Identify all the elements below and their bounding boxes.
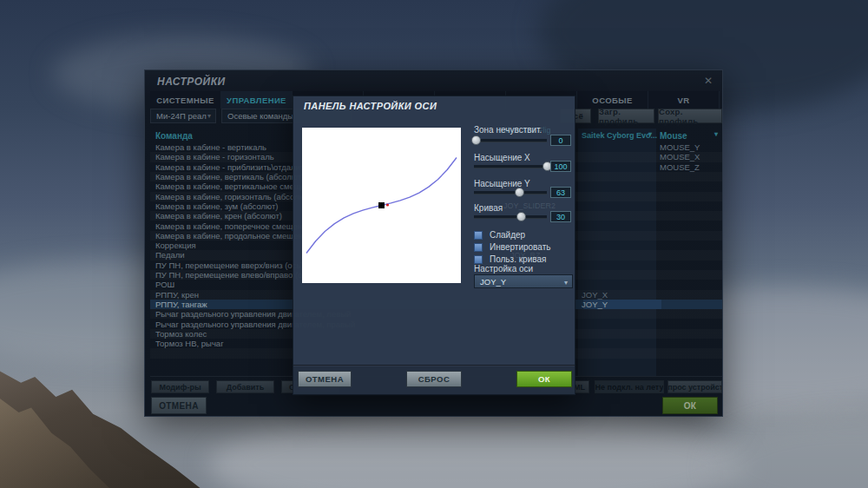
command-cell: РППУ, крен [155, 290, 199, 300]
save-profile-button[interactable]: Сохр. профиль [658, 109, 722, 123]
slider-label: Кривая [474, 203, 503, 213]
window-title: НАСТРОЙКИ [157, 76, 226, 88]
aircraft-select-value: Ми-24П реал [156, 111, 207, 121]
chevron-down-icon: ▾ [564, 279, 568, 287]
column-header-mouse[interactable]: Mouse [660, 131, 687, 141]
bottom-button-5[interactable]: Опрос устройств [667, 380, 722, 393]
slider-track[interactable] [474, 191, 547, 195]
bottom-button-4[interactable]: Не подкл. на лету [595, 380, 664, 393]
command-cell: Камера в кабине - приблизить\отдалить [155, 162, 308, 172]
command-cell: Тормоз колес [155, 329, 207, 339]
modal-cancel-label: ОТМЕНА [306, 374, 344, 384]
slider-thumb[interactable] [471, 135, 481, 145]
slider-track[interactable] [474, 139, 547, 142]
slider-thumb[interactable] [516, 212, 526, 221]
command-cell: Камера в кабине - горизонталь [155, 152, 274, 162]
slider-value-input[interactable]: 0 [550, 135, 571, 146]
axis-tune-modal: ПАНЕЛЬ НАСТРОЙКИ ОСИ Saitek X45 Flig JOY… [293, 96, 575, 395]
ghost-text: JOY_SLIDER2 [503, 201, 556, 210]
axis-select-value: JOY_Y [480, 277, 506, 287]
category-select-value: Осевые команды [227, 111, 293, 121]
command-cell: Камера в кабине, зум (абсолют) [155, 201, 278, 211]
mouse-binding-cell[interactable]: MOUSE_X [660, 152, 700, 162]
cloud-shape [712, 417, 868, 488]
command-cell: РППУ, тангаж [155, 300, 207, 309]
ok-label: ОК [684, 401, 697, 411]
command-cell: Коррекция [155, 241, 196, 250]
slider-value-input[interactable]: 100 [550, 161, 571, 172]
slider-label: Насыщение X [474, 153, 530, 162]
slider-label: Насыщение Y [474, 179, 530, 188]
slider-label: Зона нечувствит. [474, 125, 542, 135]
modal-title: ПАНЕЛЬ НАСТРОЙКИ ОСИ [304, 101, 437, 111]
command-cell: Тормоз НВ, рычаг [155, 339, 224, 348]
mouse-binding-cell[interactable]: MOUSE_Z [660, 162, 700, 172]
modal-reset-label: СБРОС [418, 374, 450, 384]
cancel-button[interactable]: ОТМЕНА [151, 397, 207, 414]
load-profile-button[interactable]: Загр. профиль [598, 109, 654, 123]
close-icon[interactable]: ✕ [704, 75, 713, 87]
save-profile-label: Сохр. профиль [659, 107, 721, 126]
chevron-down-icon[interactable]: ▾ [648, 130, 652, 138]
column-header-command[interactable]: Команда [155, 131, 193, 141]
screen: НАСТРОЙКИ ✕ СИСТЕМНЫЕУПРАВЛЕНИЕОСОБЫЕVR … [0, 0, 868, 488]
tab-1[interactable]: УПРАВЛЕНИЕ [221, 91, 293, 109]
column-header-saitek[interactable]: Saitek Cyborg Evo... [582, 131, 657, 140]
saitek-binding-cell[interactable]: JOY_X [582, 290, 608, 300]
command-cell: ПУ ПН, перемещение вверх/вниз (ось) [155, 260, 304, 270]
slider-value-input[interactable]: 30 [550, 211, 571, 222]
slider-track[interactable] [474, 165, 547, 168]
checkbox-label: Инвертировать [490, 242, 550, 252]
checkbox-label: Слайдер [490, 230, 525, 240]
command-cell: Камера в кабине, вертикаль (абсолют) [155, 172, 304, 181]
ok-button[interactable]: ОК [662, 397, 718, 414]
bottom-button-1[interactable]: Добавить [216, 380, 274, 393]
tab-0[interactable]: СИСТЕМНЫЕ [150, 91, 221, 109]
checkbox[interactable] [474, 243, 483, 252]
response-curve-graph[interactable] [302, 128, 461, 283]
curve-svg [302, 128, 461, 283]
command-cell: ПУ ПН, перемещение влево/вправо (ось) [155, 270, 313, 280]
curve-marker[interactable] [378, 202, 385, 208]
modal-cancel-button[interactable]: ОТМЕНА [298, 371, 352, 387]
command-cell: Педали [155, 250, 185, 260]
slider-thumb[interactable] [515, 188, 524, 197]
command-cell: Камера в кабине - вертикаль [155, 142, 266, 152]
axis-select-dropdown[interactable]: JOY_Y ▾ [474, 274, 573, 288]
aircraft-select[interactable]: Ми-24П реал ▾ [150, 109, 216, 123]
slider-track[interactable] [474, 215, 547, 219]
modal-ok-button[interactable]: ОК [516, 371, 572, 387]
checkbox-label: Польз. кривая [490, 254, 546, 264]
checkbox[interactable] [474, 231, 483, 240]
axis-select-label: Настройка оси [474, 264, 533, 274]
command-cell: Камера в кабине, горизонталь (абсолют) [155, 192, 312, 201]
load-profile-label: Загр. профиль [599, 107, 654, 126]
slider-value-input[interactable]: 63 [550, 187, 571, 198]
bottom-button-0[interactable]: Модиф-ры [151, 380, 209, 393]
checkbox[interactable] [474, 255, 483, 264]
cloud-shape [208, 408, 746, 488]
modal-separator [293, 365, 575, 366]
modal-ok-label: ОК [538, 374, 550, 384]
chevron-down-icon[interactable]: ▾ [714, 130, 718, 138]
command-cell: РОШ [155, 280, 174, 289]
chevron-down-icon: ▾ [207, 112, 211, 120]
saitek-binding-cell[interactable]: JOY_Y [582, 300, 608, 309]
modal-reset-button[interactable]: СБРОС [406, 371, 462, 387]
cancel-label: ОТМЕНА [159, 401, 199, 411]
command-cell: Камера в кабине, крен (абсолют) [155, 211, 282, 221]
curve-red-dot [386, 203, 389, 206]
mouse-binding-cell[interactable]: MOUSE_Y [660, 142, 700, 152]
